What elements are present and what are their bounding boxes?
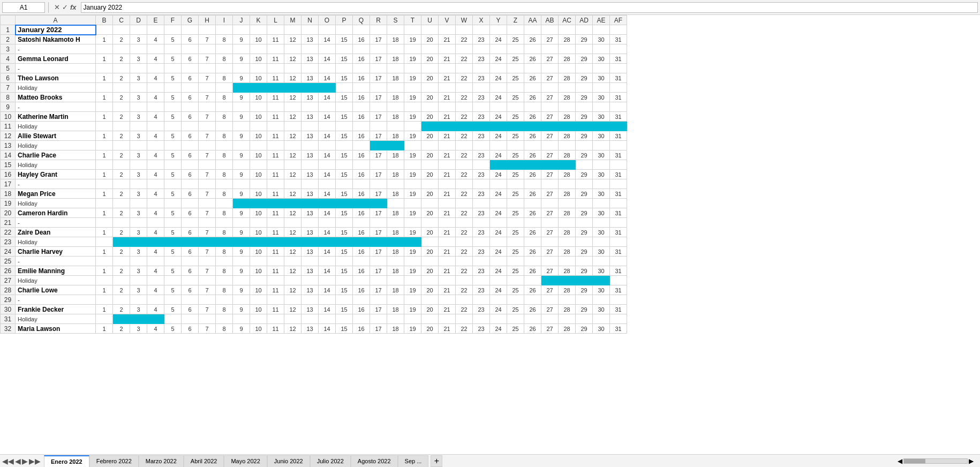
number-cell[interactable]: 20 [421, 35, 439, 44]
number-cell[interactable]: 5 [164, 324, 182, 334]
number-cell[interactable]: 11 [267, 35, 284, 44]
number-cell[interactable]: 10 [250, 305, 267, 314]
number-cell[interactable]: 3 [130, 189, 147, 199]
number-cell[interactable]: 1 [96, 208, 113, 218]
number-cell[interactable]: 3 [130, 131, 147, 141]
person-name-cell[interactable]: Charlie Harvey [16, 247, 96, 257]
holiday-cell[interactable] [507, 160, 524, 170]
number-cell[interactable]: 15 [336, 73, 353, 83]
number-cell[interactable]: 1 [96, 324, 113, 334]
holiday-cell[interactable] [559, 160, 576, 170]
number-cell[interactable]: 13 [301, 35, 319, 44]
number-cell[interactable]: 3 [130, 54, 147, 64]
number-cell[interactable]: 8 [216, 266, 233, 276]
col-header-G[interactable]: G [182, 16, 199, 25]
number-cell[interactable]: 5 [164, 285, 182, 295]
number-cell[interactable]: 18 [387, 266, 404, 276]
holiday-cell[interactable] [610, 122, 627, 131]
col-header-E[interactable]: E [147, 16, 164, 25]
number-cell[interactable]: 7 [199, 247, 216, 257]
number-cell[interactable]: 24 [490, 247, 507, 257]
number-cell[interactable]: 30 [593, 208, 610, 218]
number-cell[interactable]: 26 [524, 131, 541, 141]
number-cell[interactable]: 18 [387, 189, 404, 199]
number-cell[interactable]: 14 [319, 93, 336, 102]
number-cell[interactable]: 20 [421, 266, 439, 276]
number-cell[interactable]: 17 [370, 228, 387, 237]
col-header-AE[interactable]: AE [593, 16, 610, 25]
title-cell[interactable]: January 2022 [16, 25, 96, 35]
holiday-cell[interactable] [593, 276, 610, 285]
number-cell[interactable]: 29 [576, 54, 593, 64]
number-cell[interactable]: 5 [164, 305, 182, 314]
number-cell[interactable]: 12 [284, 285, 301, 295]
holiday-cell[interactable] [370, 141, 387, 150]
number-cell[interactable]: 4 [147, 247, 164, 257]
holiday-cell[interactable] [524, 160, 541, 170]
number-cell[interactable]: 30 [593, 150, 610, 160]
number-cell[interactable]: 2 [113, 93, 130, 102]
number-cell[interactable]: 30 [593, 247, 610, 257]
number-cell[interactable]: 6 [182, 54, 199, 64]
number-cell[interactable]: 8 [216, 305, 233, 314]
number-cell[interactable]: 9 [233, 131, 250, 141]
number-cell[interactable]: 4 [147, 208, 164, 218]
number-cell[interactable]: 25 [507, 266, 524, 276]
number-cell[interactable]: 10 [250, 150, 267, 160]
number-cell[interactable]: 7 [199, 324, 216, 334]
number-cell[interactable]: 23 [473, 189, 490, 199]
number-cell[interactable]: 6 [182, 35, 199, 44]
holiday-cell[interactable] [113, 314, 130, 324]
number-cell[interactable]: 2 [113, 266, 130, 276]
number-cell[interactable]: 15 [336, 150, 353, 160]
number-cell[interactable]: 28 [559, 170, 576, 179]
holiday-cell[interactable] [267, 83, 284, 93]
number-cell[interactable]: 8 [216, 35, 233, 44]
number-cell[interactable]: 11 [267, 305, 284, 314]
col-header-V[interactable]: V [439, 16, 456, 25]
number-cell[interactable]: 11 [267, 170, 284, 179]
number-cell[interactable]: 13 [301, 208, 319, 218]
number-cell[interactable]: 13 [301, 112, 319, 122]
col-header-Q[interactable]: Q [353, 16, 370, 25]
number-cell[interactable]: 4 [147, 93, 164, 102]
holiday-cell[interactable] [216, 237, 233, 247]
number-cell[interactable]: 20 [421, 73, 439, 83]
number-cell[interactable]: 5 [164, 189, 182, 199]
number-cell[interactable]: 1 [96, 305, 113, 314]
number-cell[interactable]: 22 [456, 266, 473, 276]
number-cell[interactable]: 26 [524, 35, 541, 44]
number-cell[interactable]: 30 [593, 189, 610, 199]
person-name-cell[interactable]: Cameron Hardin [16, 208, 96, 218]
confirm-icon[interactable]: ✓ [62, 3, 68, 11]
number-cell[interactable]: 7 [199, 73, 216, 83]
number-cell[interactable]: 16 [353, 285, 370, 295]
number-cell[interactable]: 22 [456, 247, 473, 257]
col-header-A[interactable]: A [16, 16, 96, 25]
number-cell[interactable]: 8 [216, 93, 233, 102]
number-cell[interactable]: 19 [404, 189, 421, 199]
number-cell[interactable]: 30 [593, 54, 610, 64]
person-name-cell[interactable]: Megan Price [16, 189, 96, 199]
number-cell[interactable]: 12 [284, 189, 301, 199]
number-cell[interactable]: 15 [336, 54, 353, 64]
number-cell[interactable]: 7 [199, 150, 216, 160]
number-cell[interactable]: 7 [199, 112, 216, 122]
number-cell[interactable]: 14 [319, 54, 336, 64]
number-cell[interactable]: 23 [473, 54, 490, 64]
number-cell[interactable]: 9 [233, 93, 250, 102]
number-cell[interactable]: 15 [336, 35, 353, 44]
number-cell[interactable]: 20 [421, 228, 439, 237]
number-cell[interactable]: 13 [301, 247, 319, 257]
number-cell[interactable]: 27 [541, 324, 559, 334]
number-cell[interactable]: 22 [456, 228, 473, 237]
number-cell[interactable]: 20 [421, 208, 439, 218]
number-cell[interactable]: 2 [113, 189, 130, 199]
holiday-cell[interactable] [250, 237, 267, 247]
holiday-cell[interactable] [439, 122, 456, 131]
number-cell[interactable]: 21 [439, 93, 456, 102]
number-cell[interactable]: 12 [284, 54, 301, 64]
number-cell[interactable]: 16 [353, 112, 370, 122]
number-cell[interactable]: 26 [524, 189, 541, 199]
number-cell[interactable]: 22 [456, 285, 473, 295]
